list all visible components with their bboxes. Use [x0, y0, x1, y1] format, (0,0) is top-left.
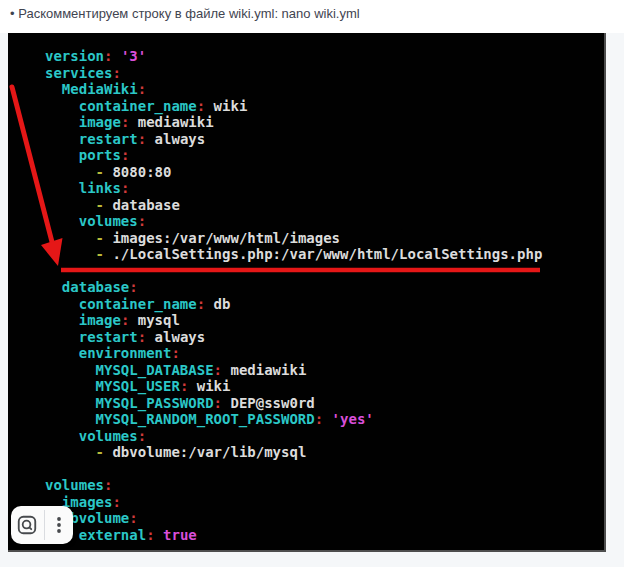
code-line: ~: [45, 543, 53, 552]
terminal-screenshot: version: '3' services: MediaWiki: contai…: [8, 33, 606, 552]
code-line: container_name: wiki: [45, 98, 247, 114]
code-line: image: mysql: [45, 312, 180, 328]
code-line: - ./LocalSettings.php:/var/www/html/Loca…: [45, 246, 542, 262]
code-line: image: mediawiki: [45, 114, 214, 130]
code-line: - 8080:80: [45, 164, 171, 180]
code-line: restart: always: [45, 131, 205, 147]
code-line: container_name: db: [45, 296, 230, 312]
code-line: MYSQL_USER: wiki: [45, 378, 230, 394]
terminal-code: version: '3' services: MediaWiki: contai…: [8, 33, 604, 552]
lens-search-icon: [16, 514, 38, 536]
code-line: MediaWiki:: [45, 81, 146, 97]
code-line: services:: [45, 65, 121, 81]
code-line: database:: [45, 279, 138, 295]
code-line: version: '3': [45, 48, 146, 64]
code-line: volumes:: [45, 428, 146, 444]
code-line: environment:: [45, 345, 180, 361]
code-line: volumes:: [45, 213, 146, 229]
code-line: volumes:: [45, 477, 112, 493]
image-tools-popup: [11, 506, 73, 544]
code-line: - images:/var/www/html/images: [45, 230, 340, 246]
more-options-button[interactable]: [45, 506, 73, 544]
code-line: restart: always: [45, 329, 205, 345]
code-line: MYSQL_RANDOM_ROOT_PASSWORD: 'yes': [45, 411, 374, 427]
code-line: ports:: [45, 147, 129, 163]
code-line: MYSQL_DATABASE: mediawiki: [45, 362, 306, 378]
lens-search-button[interactable]: [11, 506, 44, 544]
code-line: links:: [45, 180, 129, 196]
code-line: MYSQL_PASSWORD: DEP@ssw0rd: [45, 395, 315, 411]
code-line: - dbvolume:/var/lib/mysql: [45, 444, 306, 460]
code-line: - database: [45, 197, 180, 213]
kebab-menu-icon: [50, 515, 68, 535]
bullet-caption: • Раскомментируем строку в файле wiki.ym…: [10, 5, 616, 23]
